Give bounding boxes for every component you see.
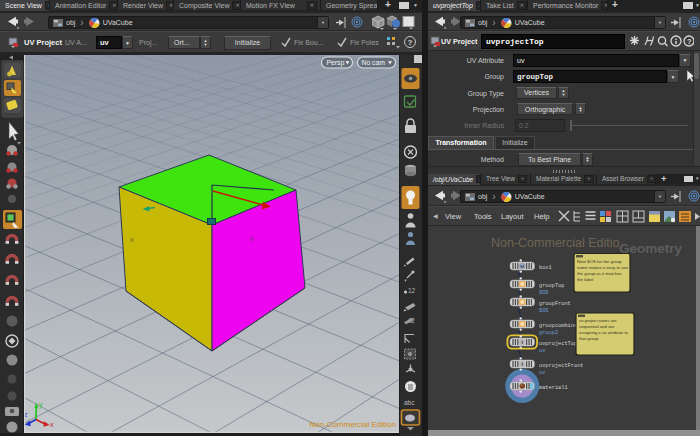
- svg-text:$OS: $OS: [539, 308, 549, 314]
- svg-text:the label: the label: [577, 277, 593, 282]
- svg-text:12: 12: [408, 287, 416, 294]
- svg-text:abc: abc: [404, 399, 415, 406]
- svg-text:group2: group2: [539, 330, 558, 336]
- svg-text:$OS: $OS: [539, 290, 549, 296]
- svg-text:groupTop: groupTop: [539, 283, 564, 289]
- svg-text:the group as it matches: the group as it matches: [577, 271, 622, 276]
- svg-text:y: y: [39, 401, 43, 409]
- svg-text:groupcombine: groupcombine: [539, 323, 577, 329]
- svg-text:Persp: Persp: [327, 59, 345, 67]
- svg-text:material1: material1: [539, 385, 568, 391]
- svg-text:Non-Commercial Edition: Non-Commercial Edition: [309, 420, 396, 429]
- svg-text:Note $OS for the group: Note $OS for the group: [577, 259, 622, 264]
- svg-text:uvprojectTop: uvprojectTop: [539, 341, 577, 347]
- svg-text:sequential and are: sequential and are: [579, 324, 615, 329]
- svg-text:uv: uv: [539, 348, 545, 354]
- svg-text:No cam: No cam: [362, 59, 386, 66]
- svg-text:name makes it easy to see: name makes it easy to see: [577, 265, 629, 270]
- svg-text:?: ?: [687, 37, 692, 46]
- svg-text:box1: box1: [539, 265, 552, 271]
- svg-text:Non-Commercial Editio: Non-Commercial Editio: [491, 236, 620, 250]
- svg-text:uv project notes are: uv project notes are: [579, 318, 617, 323]
- svg-text:groupFront: groupFront: [539, 301, 571, 307]
- svg-text:x: x: [50, 421, 54, 428]
- svg-text:uv: uv: [539, 370, 545, 376]
- svg-text:uvprojectFront: uvprojectFront: [539, 363, 584, 369]
- svg-text:assigning a uv attribute to: assigning a uv attribute to: [579, 330, 629, 335]
- svg-text:that group: that group: [579, 336, 599, 341]
